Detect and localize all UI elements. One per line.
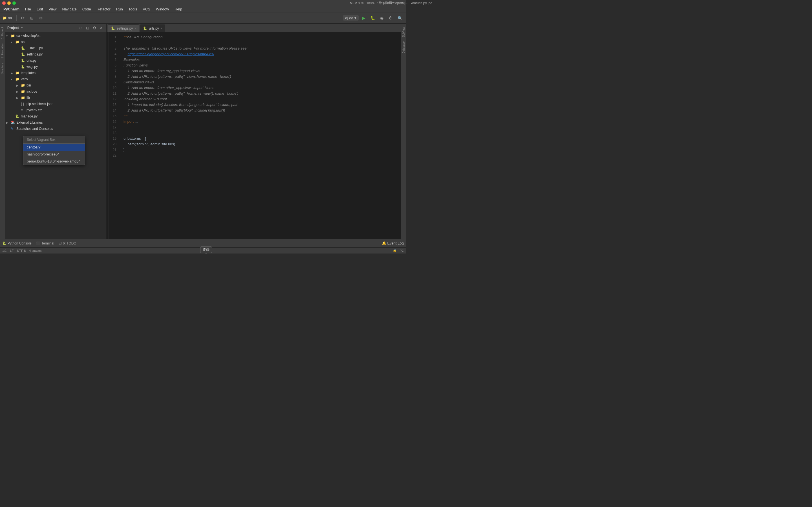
tree-item-root[interactable]: ▾ 📁 oa ~/develop/oa xyxy=(5,33,106,39)
python-console-button[interactable]: 🐍 Python Console xyxy=(2,241,32,245)
chevron-down-icon: ▾ xyxy=(354,16,356,20)
menu-navigate[interactable]: Navigate xyxy=(61,7,78,11)
code-area[interactable]: """oa URL Configuration The `urlpatterns… xyxy=(120,32,401,239)
tree-item-bin[interactable]: ▶ 📁 bin xyxy=(5,82,106,89)
expand-arrow: ▶ xyxy=(16,96,20,100)
settings-button[interactable]: ⚙ xyxy=(37,14,45,22)
tree-item-init[interactable]: 🐍 __init__.py xyxy=(5,45,106,51)
folder-icon: 📁 xyxy=(21,83,26,87)
tree-item-pyvenv[interactable]: ≡ pyvenv.cfg xyxy=(5,107,106,113)
tree-item-include[interactable]: ▶ 📁 include xyxy=(5,89,106,95)
project-dropdown-arrow[interactable]: ▾ xyxy=(21,26,23,30)
expand-arrow: ▶ xyxy=(6,121,10,124)
run-configuration[interactable]: dj oa ▾ xyxy=(343,15,359,20)
tree-item-urls[interactable]: 🐍 urls.py xyxy=(5,57,106,64)
tree-item-scratches[interactable]: ✎ Scratches and Consoles xyxy=(5,126,106,132)
menu-edit[interactable]: Edit xyxy=(36,7,44,11)
favorites-tab[interactable]: 2: Favorites xyxy=(1,43,4,58)
bottom-bar: 🐍 Python Console ⬛ Terminal ☑ 6: TODO 🔔 … xyxy=(0,239,406,247)
scm-tab[interactable]: SciView xyxy=(402,27,405,37)
line-num-19: 19 xyxy=(109,136,117,142)
dropdown-item-centos[interactable]: centos/7 xyxy=(23,144,85,151)
database-tab[interactable]: Database xyxy=(402,41,405,54)
cursor-position: 1:1 xyxy=(2,249,6,252)
right-sidebar: SciView Database xyxy=(401,24,406,239)
project-tab[interactable]: 1: Project xyxy=(1,27,4,39)
tree-label: pip-selfcheck.json xyxy=(27,102,53,106)
project-settings-button[interactable]: ⚙ xyxy=(92,25,97,31)
tree-item-external[interactable]: ▶ 📚 External Libraries xyxy=(5,119,106,126)
tab-urls[interactable]: 🐍 urls.py × xyxy=(140,24,165,32)
line-num-14: 14 xyxy=(109,108,117,113)
terminal-button[interactable]: ⬛ Terminal xyxy=(36,241,54,245)
code-line-8: 2. Add a URL to urlpatterns: path('', vi… xyxy=(123,74,398,79)
sync-button[interactable]: ⟳ xyxy=(19,14,27,22)
tree-item-manage[interactable]: 🐍 manage.py xyxy=(5,113,106,119)
code-line-21: ] xyxy=(123,147,398,153)
menu-view[interactable]: View xyxy=(47,7,57,11)
close-button[interactable] xyxy=(2,1,6,5)
indent[interactable]: 4 spaces xyxy=(29,249,42,252)
code-line-12: Including another URLconf xyxy=(123,96,398,102)
tree-item-settings[interactable]: 🐍 settings.py xyxy=(5,51,106,57)
structure-tab[interactable]: Structure xyxy=(1,63,4,74)
line-num-12: 12 xyxy=(109,96,117,102)
menu-file[interactable]: File xyxy=(24,7,32,11)
todo-button[interactable]: ☑ 6: TODO xyxy=(59,241,77,245)
tree-item-lib[interactable]: ▶ 📁 lib xyxy=(5,95,106,101)
dropdown-item-hashicorp[interactable]: hashicorp/precise64 xyxy=(23,151,85,158)
memory-indicator: MEM 35% xyxy=(350,1,364,5)
close-panel-button[interactable]: − xyxy=(46,14,54,22)
code-line-13: 1. Import the include() function: from d… xyxy=(123,102,398,108)
expand-button[interactable]: ⊞ xyxy=(28,14,36,22)
tree-item-wsgi[interactable]: 🐍 wsgi.py xyxy=(5,64,106,70)
dock-tooltip: 终端 xyxy=(200,246,212,253)
menu-run[interactable]: Run xyxy=(115,7,124,11)
editor-content[interactable]: 1 2 3 4 5 6 7 8 9 10 11 12 13 14 15 16 1… xyxy=(107,32,401,239)
tab-settings[interactable]: 🐍 settings.py × xyxy=(108,24,139,32)
toolbar: 📁 oa ⟳ ⊞ ⚙ − dj oa ▾ ▶ 🐛 ◉ ⏱ 🔍 xyxy=(0,12,406,24)
encoding[interactable]: UTF-8 xyxy=(17,249,26,252)
tree-label-scratches: Scratches and Consoles xyxy=(16,127,53,131)
collapse-all-button[interactable]: ⊟ xyxy=(85,25,91,31)
run-button[interactable]: ▶ xyxy=(360,14,368,22)
tab-close-urls[interactable]: × xyxy=(161,27,162,30)
menu-help[interactable]: Help xyxy=(173,7,183,11)
folder-icon: 📁 xyxy=(21,96,26,100)
coverage-button[interactable]: ◉ xyxy=(378,14,386,22)
project-header-label: Project xyxy=(7,26,19,30)
line-ending[interactable]: LF xyxy=(10,249,13,252)
maximize-button[interactable] xyxy=(12,1,16,5)
menu-tools[interactable]: Tools xyxy=(128,7,138,11)
event-log-button[interactable]: 🔔 Event Log xyxy=(382,241,404,245)
locate-file-button[interactable]: ⊙ xyxy=(78,25,84,31)
search-everywhere-button[interactable]: 🔍 xyxy=(396,14,404,22)
tree-item-oa[interactable]: ▾ 📁 oa xyxy=(5,39,106,45)
folder-icon: 📁 xyxy=(15,71,20,75)
project-selector[interactable]: 📁 oa xyxy=(2,16,12,20)
python-icon: 🐍 xyxy=(21,65,26,69)
close-project-button[interactable]: × xyxy=(98,25,104,31)
minimize-button[interactable] xyxy=(7,1,11,5)
line-num-5: 5 xyxy=(109,57,117,62)
tree-item-templates[interactable]: ▶ 📁 templates xyxy=(5,70,106,76)
tree-label: bin xyxy=(27,83,31,87)
vagrant-box-dropdown: Select Vagrant Box centos/7 hashicorp/pr… xyxy=(23,136,85,165)
tree-item-venv[interactable]: ▾ 📁 venv xyxy=(5,76,106,82)
tree-item-pip[interactable]: { } pip-selfcheck.json xyxy=(5,101,106,107)
menu-window[interactable]: Window xyxy=(155,7,170,11)
line-num-2: 2 xyxy=(109,40,117,46)
code-line-15: """ xyxy=(123,113,398,119)
line-num-17: 17 xyxy=(109,124,117,130)
menu-refactor[interactable]: Refactor xyxy=(96,7,112,11)
tab-close-settings[interactable]: × xyxy=(135,27,136,30)
menu-vcs[interactable]: VCS xyxy=(142,7,151,11)
dropdown-item-peru[interactable]: peru/ubuntu-18.04-server-amd64 xyxy=(23,158,85,165)
profile-button[interactable]: ⏱ xyxy=(387,14,395,22)
menu-code[interactable]: Code xyxy=(81,7,92,11)
todo-icon: ☑ xyxy=(59,241,62,245)
code-line-20: path('admin/', admin.site.urls), xyxy=(123,142,398,147)
debug-button[interactable]: 🐛 xyxy=(369,14,377,22)
app-name[interactable]: PyCharm xyxy=(2,7,20,11)
status-right: 🔒 ⌥ xyxy=(393,249,404,252)
